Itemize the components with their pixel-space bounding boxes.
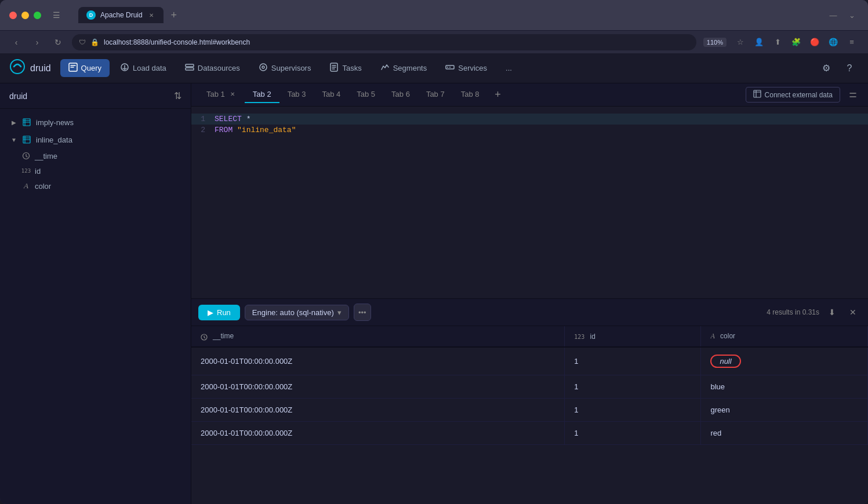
maximize-window-button[interactable] — [34, 12, 41, 19]
cell-time-1: 2000-01-01T00:00:00.000Z — [191, 375, 565, 399]
tree-sub-item-time[interactable]: __time — [12, 148, 191, 163]
editor-tab-4[interactable]: Tab 4 — [314, 86, 348, 103]
forward-button[interactable]: › — [30, 35, 44, 49]
editor-tab-6[interactable]: Tab 6 — [383, 86, 418, 103]
url-text[interactable]: localhost:8888/unified-console.html#work… — [104, 38, 689, 46]
druid-extension-icon[interactable]: 🔴 — [808, 35, 822, 49]
svg-rect-3 — [186, 64, 194, 67]
col-header-time[interactable]: __time — [191, 326, 565, 347]
nav-item-more[interactable]: ... — [497, 60, 520, 76]
engine-label: Engine: auto (sql-native) — [252, 308, 334, 317]
refresh-button[interactable]: ↻ — [51, 35, 65, 49]
cell-color-1: blue — [701, 375, 868, 399]
table-row: 2000-01-01T00:00:00.000Z 1 green — [191, 399, 868, 422]
editor-tab-1-close[interactable]: ✕ — [228, 90, 237, 98]
col-header-color[interactable]: A color — [701, 326, 868, 347]
sidebar-tree: ▶ imply-news ▼ inline_data — [0, 109, 191, 504]
editor-tab-5[interactable]: Tab 5 — [348, 86, 383, 103]
engine-selector[interactable]: Engine: auto (sql-native) ▾ — [245, 305, 349, 320]
cell-id-1: 1 — [565, 375, 701, 399]
clock-icon-time — [21, 151, 31, 161]
tree-expand-imply-news[interactable]: ▶ — [9, 118, 19, 127]
table-icon-imply-news — [21, 116, 32, 128]
browser-addressbar: ‹ › ↻ 🛡 🔒 localhost:8888/unified-console… — [0, 30, 868, 53]
zoom-indicator: 110% — [703, 38, 727, 47]
app-header: druid Query Load data Datasources — [0, 53, 868, 83]
svg-point-5 — [260, 64, 267, 71]
cell-color-3: red — [701, 422, 868, 445]
browser-menu-icon[interactable]: ☰ — [48, 7, 64, 23]
editor-tab-7[interactable]: Tab 7 — [418, 86, 453, 103]
svg-point-0 — [10, 60, 24, 74]
sidebar-toggle-button[interactable]: ⇅ — [174, 90, 181, 101]
tree-expand-inline-data[interactable]: ▼ — [9, 135, 19, 144]
collapse-panel-button[interactable] — [845, 87, 861, 103]
add-tab-button[interactable]: + — [490, 87, 506, 103]
profile-icon[interactable]: 👤 — [752, 35, 766, 49]
supervisors-nav-icon — [259, 63, 268, 74]
share-icon[interactable]: ⬆ — [771, 35, 785, 49]
editor-tab-8[interactable]: Tab 8 — [453, 86, 488, 103]
tree-label-id: id — [35, 167, 181, 176]
segments-nav-icon — [380, 63, 390, 74]
results-table[interactable]: __time 123 id A color — [191, 326, 868, 504]
tree-sub-item-id[interactable]: 123 id — [12, 163, 191, 178]
expand-icon[interactable]: ⌄ — [845, 8, 859, 22]
tree-sub-item-color[interactable]: A color — [12, 178, 191, 193]
bookmark-icon[interactable]: ☆ — [733, 35, 747, 49]
nav-segments-label: Segments — [393, 64, 427, 72]
translate-icon[interactable]: 🌐 — [826, 35, 840, 49]
nav-item-datasources[interactable]: Datasources — [177, 59, 248, 77]
browser-menu-button[interactable]: ≡ — [845, 35, 859, 49]
query-more-button[interactable]: ••• — [354, 304, 371, 321]
nav-item-tasks[interactable]: Tasks — [321, 59, 369, 77]
nav-item-segments[interactable]: Segments — [372, 59, 435, 77]
editor-tab-2[interactable]: Tab 2 — [245, 86, 279, 103]
nav-load-data-label: Load data — [133, 64, 166, 72]
tab-title: Apache Druid — [100, 11, 143, 19]
new-tab-button[interactable]: + — [166, 7, 182, 23]
string-icon-color: A — [21, 181, 31, 191]
nav-item-supervisors[interactable]: Supervisors — [250, 59, 319, 77]
run-button[interactable]: ▶ Run — [198, 305, 240, 320]
nav-item-load-data[interactable]: Load data — [112, 59, 175, 77]
nav-item-services[interactable]: Services — [437, 59, 495, 77]
traffic-lights — [9, 12, 41, 19]
editor-tab-1[interactable]: Tab 1 ✕ — [198, 86, 245, 103]
back-button[interactable]: ‹ — [9, 35, 23, 49]
editor-tab-4-label: Tab 4 — [322, 90, 340, 98]
table-icon-inline-data — [21, 134, 32, 145]
nav-query-label: Query — [81, 64, 101, 72]
line-number-1: 1 — [191, 115, 215, 123]
clear-results-button[interactable]: ✕ — [845, 304, 861, 320]
query-toolbar: ▶ Run Engine: auto (sql-native) ▾ ••• 4 … — [191, 298, 868, 326]
tree-item-imply-news[interactable]: ▶ imply-news — [0, 114, 191, 131]
app-logo[interactable]: druid — [9, 59, 51, 78]
address-bar[interactable]: 🛡 🔒 localhost:8888/unified-console.html#… — [72, 34, 696, 50]
string-col-icon: A — [710, 332, 714, 340]
browser-window-controls: — ⌄ — [826, 8, 859, 22]
minimize-window-button[interactable] — [21, 12, 29, 19]
help-icon[interactable]: ? — [840, 59, 859, 78]
code-line-2: 2 FROM "inline_data" — [191, 125, 868, 136]
col-header-id[interactable]: 123 id — [565, 326, 701, 347]
editor-tab-5-label: Tab 5 — [357, 90, 375, 98]
tree-item-inline-data[interactable]: ▼ inline_data — [0, 131, 191, 148]
tab-close-button[interactable]: ✕ — [147, 11, 155, 19]
connect-external-button[interactable]: Connect external data — [746, 87, 840, 103]
cell-time-3: 2000-01-01T00:00:00.000Z — [191, 422, 565, 445]
code-editor[interactable]: 1 SELECT * 2 FROM "inline_data" — [191, 107, 868, 298]
close-window-button[interactable] — [9, 12, 17, 19]
main-content: druid ⇅ ▶ imply-news ▼ — [0, 83, 868, 504]
clock-col-icon — [201, 333, 209, 339]
extension-icon[interactable]: 🧩 — [789, 35, 803, 49]
browser-tab-active[interactable]: D Apache Druid ✕ — [78, 7, 164, 23]
download-button[interactable]: ⬇ — [824, 304, 840, 320]
minimize-icon[interactable]: — — [826, 8, 840, 22]
tree-label-color: color — [35, 182, 181, 191]
editor-tab-3[interactable]: Tab 3 — [279, 86, 314, 103]
editor-tab-8-label: Tab 8 — [461, 90, 480, 98]
svg-rect-4 — [186, 68, 194, 70]
nav-item-query[interactable]: Query — [60, 59, 110, 77]
settings-icon[interactable]: ⚙ — [817, 59, 836, 78]
